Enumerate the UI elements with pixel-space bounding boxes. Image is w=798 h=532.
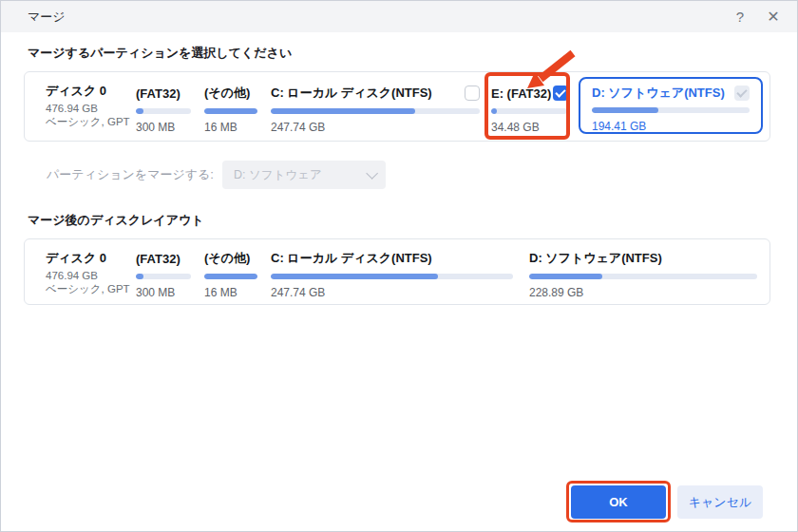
partition-size: 247.74 GB [271,286,513,299]
close-icon[interactable]: ✕ [759,1,788,32]
usage-bar [204,108,257,114]
partition-label: (FAT32) [136,85,191,102]
partition-label: D: ソフトウェア(NTFS) [529,250,757,267]
partition-label: (その他) [204,85,257,102]
partition-size: 247.74 GB [271,121,480,134]
usage-bar [271,274,513,279]
usage-bar [592,107,750,113]
partition-size: 194.41 GB [592,120,750,133]
partition-label: E: (FAT32) [491,86,551,101]
partition-label: C: ローカル ディスク(NTFS) [271,250,513,267]
source-disk-info: ディスク 0 476.94 GB ベーシック, GPT [46,72,136,141]
merge-dialog: マージ ? ✕ マージするパーティションを選択してください ディスク 0 476… [0,0,798,532]
merge-target-label: パーティションをマージする: [47,166,214,183]
partition-c-checkbox[interactable] [465,86,480,101]
chevron-down-icon [366,167,378,180]
partition-d-checkbox [734,86,750,101]
disk-type: ベーシック, GPT [46,282,136,296]
result-partition-c: C: ローカル ディスク(NTFS) 247.74 GB [271,239,513,304]
usage-bar [491,108,567,114]
partition-e[interactable]: E: (FAT32) 34.48 GB [491,72,567,141]
partition-c[interactable]: C: ローカル ディスク(NTFS) 247.74 GB [271,72,480,141]
partition-size: 16 MB [204,121,257,134]
merge-target-row: パーティションをマージする: D: ソフトウェア [47,161,386,189]
result-partition-fat32-system: (FAT32) 300 MB [136,239,191,304]
partition-size: 300 MB [136,121,191,134]
usage-bar [136,274,191,279]
titlebar: マージ [1,1,797,32]
select-partitions-label: マージするパーティションを選択してください [28,45,292,62]
partition-other[interactable]: (その他) 16 MB [204,72,257,141]
layout-after-merge-label: マージ後のディスクレイアウト [28,212,204,229]
result-disk-panel: ディスク 0 476.94 GB ベーシック, GPT (FAT32) 300 … [24,238,770,305]
disk-size: 476.94 GB [46,103,136,114]
usage-bar [204,274,257,279]
disk-size: 476.94 GB [46,270,136,281]
partition-size: 300 MB [136,286,191,299]
result-partition-other: (その他) 16 MB [204,239,257,304]
usage-bar [271,108,480,114]
merge-target-select[interactable]: D: ソフトウェア [222,161,386,189]
partition-label: C: ローカル ディスク(NTFS) [271,85,432,102]
partition-label: (FAT32) [136,250,191,267]
partition-e-checkbox[interactable] [553,86,568,101]
usage-bar [136,108,191,114]
partition-size: 34.48 GB [491,121,567,134]
partition-size: 16 MB [204,286,257,299]
source-disk-panel: ディスク 0 476.94 GB ベーシック, GPT (FAT32) 300 … [24,71,770,142]
partition-label: (その他) [204,250,257,267]
cancel-button[interactable]: キャンセル [677,485,763,519]
merge-target-value: D: ソフトウェア [234,167,322,183]
disk-name: ディスク 0 [46,83,136,100]
partition-d[interactable]: D: ソフトウェア(NTFS) 194.41 GB [579,77,763,134]
disk-name: ディスク 0 [46,250,136,267]
result-partition-d: D: ソフトウェア(NTFS) 228.89 GB [529,239,757,304]
partition-label: D: ソフトウェア(NTFS) [592,85,725,102]
help-icon[interactable]: ? [726,1,754,32]
partition-fat32-system[interactable]: (FAT32) 300 MB [136,72,191,141]
dialog-title: マージ [28,9,66,26]
ok-button[interactable]: OK [571,485,666,519]
disk-type: ベーシック, GPT [46,115,136,129]
usage-bar [529,274,757,279]
partition-size: 228.89 GB [529,286,757,299]
result-disk-info: ディスク 0 476.94 GB ベーシック, GPT [46,239,136,304]
